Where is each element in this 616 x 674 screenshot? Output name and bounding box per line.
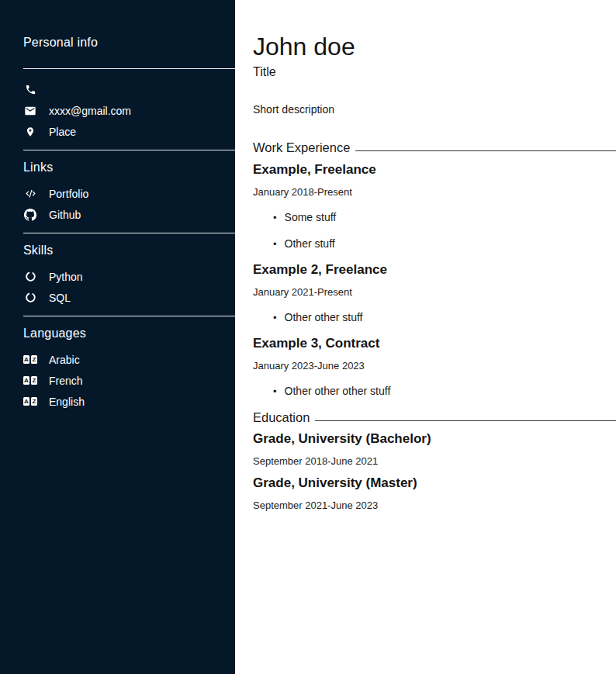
section-rule <box>355 150 616 151</box>
personal-info-heading: Personal info <box>23 36 235 50</box>
contact-row-phone <box>23 79 235 100</box>
education-entry: Grade, University (Master) September 202… <box>253 475 616 511</box>
portfolio-link[interactable]: Portfolio <box>49 188 88 200</box>
education-heading: Education <box>253 410 310 424</box>
person-title: Title <box>253 65 616 78</box>
github-icon <box>23 208 37 222</box>
link-row-portfolio[interactable]: Portfolio <box>23 183 235 204</box>
language-label: French <box>49 375 83 387</box>
short-description: Short description <box>253 104 616 116</box>
work-entry: Example 2, Freelance January 2021-Presen… <box>253 262 616 323</box>
work-entry-bullets: Other other other stuff <box>253 385 616 397</box>
education-entry-period: September 2021-June 2023 <box>253 500 616 511</box>
divider <box>23 233 235 233</box>
work-entry-title: Example 2, Freelance <box>253 262 616 277</box>
circle-notch-icon <box>23 270 37 284</box>
divider <box>23 150 235 150</box>
skills-list: Python SQL <box>23 266 235 308</box>
divider <box>23 316 235 316</box>
skills-heading: Skills <box>23 244 235 258</box>
language-label: Arabic <box>49 354 80 366</box>
place-value: Place <box>49 126 76 138</box>
github-link[interactable]: Github <box>49 209 81 221</box>
work-entry-period: January 2023-June 2023 <box>253 361 616 372</box>
skill-label: Python <box>49 271 83 283</box>
work-entry-bullets: Some stuff Other stuff <box>253 212 616 250</box>
language-row: AZ English <box>23 391 235 412</box>
work-entry: Example, Freelance January 2018-Present … <box>253 162 616 250</box>
bullet-item: Other other stuff <box>273 312 616 323</box>
contact-row-email: xxxx@gmail.com <box>23 100 235 121</box>
person-name: John doe <box>253 34 616 60</box>
link-row-github[interactable]: Github <box>23 204 235 225</box>
work-entry-period: January 2021-Present <box>253 287 616 298</box>
language-icon: AZ <box>23 374 37 388</box>
skill-row: SQL <box>23 287 235 308</box>
education-entry: Grade, University (Bachelor) September 2… <box>253 431 616 467</box>
language-icon: AZ <box>23 353 37 367</box>
languages-list: AZ Arabic AZ French AZ English <box>23 349 235 412</box>
work-entry: Example 3, Contract January 2023-June 20… <box>253 336 616 397</box>
languages-heading: Languages <box>23 327 235 340</box>
circle-notch-icon <box>23 291 37 305</box>
resume-body: John doe Title Short description Work Ex… <box>235 0 616 674</box>
phone-icon <box>23 83 37 97</box>
language-row: AZ French <box>23 370 235 391</box>
language-row: AZ Arabic <box>23 349 235 370</box>
work-experience-heading: Work Experience <box>253 140 350 154</box>
bullet-item: Other other other stuff <box>273 385 616 397</box>
envelope-icon <box>23 104 37 118</box>
section-rule <box>315 420 616 421</box>
links-list: Portfolio Github <box>23 183 235 225</box>
contact-row-place: Place <box>23 121 235 142</box>
work-entry-title: Example 3, Contract <box>253 336 616 351</box>
links-heading: Links <box>23 161 235 175</box>
bullet-item: Other stuff <box>273 238 616 250</box>
education-entry-period: September 2018-June 2021 <box>253 456 616 467</box>
bullet-item: Some stuff <box>273 212 616 223</box>
email-link[interactable]: xxxx@gmail.com <box>49 105 131 117</box>
skill-label: SQL <box>49 292 71 304</box>
language-label: English <box>49 396 85 408</box>
education-entry-title: Grade, University (Master) <box>253 475 616 490</box>
divider <box>23 68 235 69</box>
section-header-education: Education <box>253 410 616 424</box>
skill-row: Python <box>23 266 235 287</box>
location-pin-icon <box>23 125 37 139</box>
section-header-work-experience: Work Experience <box>253 140 616 154</box>
code-icon <box>23 187 37 201</box>
work-entry-title: Example, Freelance <box>253 162 616 177</box>
work-entry-bullets: Other other stuff <box>253 312 616 323</box>
language-icon: AZ <box>23 395 37 409</box>
education-entry-title: Grade, University (Bachelor) <box>253 431 616 446</box>
sidebar: Personal info xxxx@gmail.com Place Links… <box>0 0 235 674</box>
work-entry-period: January 2018-Present <box>253 187 616 198</box>
